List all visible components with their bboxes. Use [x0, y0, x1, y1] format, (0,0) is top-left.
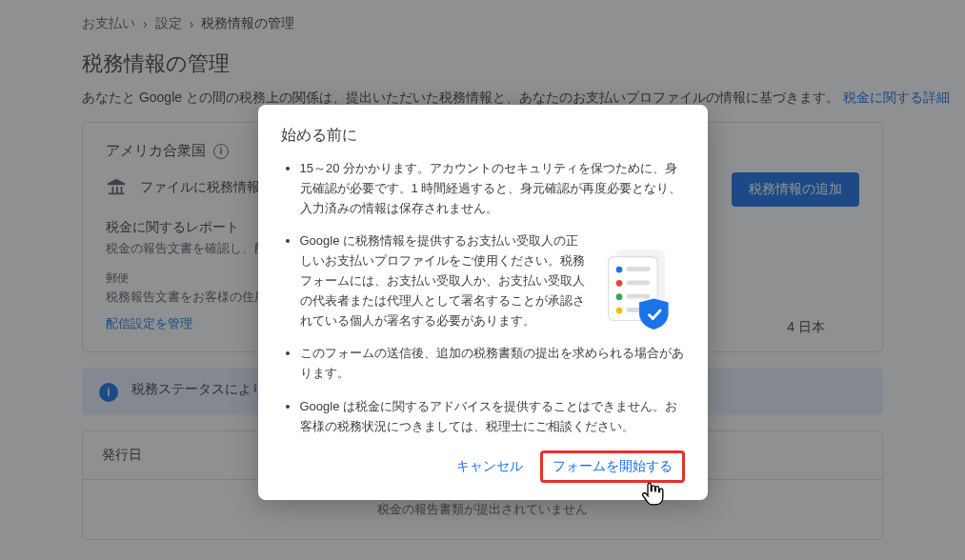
svg-point-2 — [615, 267, 622, 273]
start-form-button[interactable]: フォームを開始する — [553, 458, 673, 475]
svg-point-8 — [615, 308, 622, 314]
modal-scrim[interactable]: 始める前に 15～20 分かかります。アカウントのセキュリティを保つために、身元… — [0, 0, 965, 560]
document-shield-icon — [599, 244, 681, 335]
cancel-button[interactable]: キャンセル — [445, 450, 534, 483]
cursor-hand-icon — [639, 480, 666, 509]
dialog-item-1: 15～20 分かかります。アカウントのセキュリティを保つために、身元確認が必要で… — [300, 159, 685, 218]
dialog-item-3: このフォームの送信後、追加の税務書類の提出を求められる場合があります。 — [300, 344, 685, 384]
before-start-dialog: 始める前に 15～20 分かかります。アカウントのセキュリティを保つために、身元… — [258, 105, 708, 500]
dialog-actions: キャンセル フォームを開始する — [281, 450, 685, 483]
svg-rect-3 — [626, 267, 650, 271]
dialog-item-4: Google は税金に関するアドバイスを提供することはできません。お客様の税務状… — [300, 397, 685, 437]
svg-rect-7 — [626, 294, 650, 299]
svg-point-4 — [615, 280, 622, 287]
svg-rect-5 — [626, 280, 650, 285]
dialog-title: 始める前に — [281, 126, 685, 146]
start-form-highlight: フォームを開始する — [540, 450, 685, 483]
svg-point-6 — [615, 293, 622, 300]
